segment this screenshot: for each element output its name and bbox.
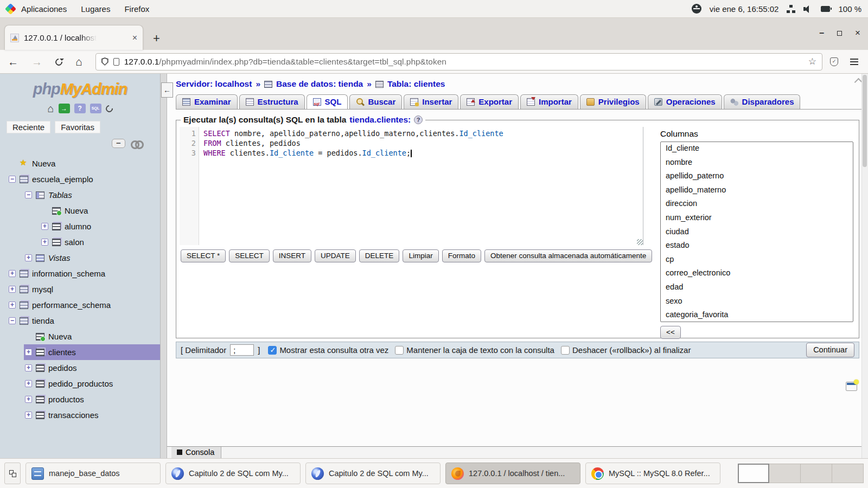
tree-item-performance_schema[interactable]: + performance_schema <box>8 297 160 313</box>
browser-scrollbar[interactable] <box>861 74 868 458</box>
bookmark-star-icon[interactable]: ☆ <box>808 56 816 67</box>
delimiter-input[interactable] <box>230 344 254 356</box>
column-option[interactable]: estado <box>661 239 853 253</box>
tree-expander-icon[interactable]: + <box>9 301 16 309</box>
tree-item-tablas[interactable]: − Tablas <box>24 187 160 203</box>
column-option[interactable]: apellido_materno <box>661 184 853 198</box>
tree-expander-icon[interactable]: + <box>41 223 48 230</box>
workspace-2[interactable] <box>769 464 801 483</box>
tree-expander-icon[interactable]: + <box>25 364 32 371</box>
window-close-button[interactable]: × <box>855 28 860 38</box>
columns-collapse-button[interactable]: << <box>660 326 681 339</box>
scrollbar-thumb[interactable] <box>863 75 867 167</box>
tree-expander-icon[interactable]: − <box>25 191 32 198</box>
taskbar-window-button[interactable]: MySQL :: MySQL 8.0 Refer... <box>585 463 720 484</box>
volume-icon[interactable] <box>803 5 813 13</box>
column-option[interactable]: direccion <box>661 197 853 211</box>
query-button-select[interactable]: SELECT <box>229 249 270 262</box>
column-option[interactable]: correo_electronico <box>661 267 853 281</box>
menu-firefox[interactable]: Firefox <box>124 4 149 14</box>
forward-button[interactable]: → <box>31 56 42 67</box>
column-option[interactable]: categoria_favorita <box>661 309 853 322</box>
tab-operaciones[interactable]: Operaciones <box>648 94 722 109</box>
sql-line[interactable]: SELECT nombre, apellido_paterno,apellido… <box>203 129 643 138</box>
sql-editor[interactable]: 123 SELECT nombre, apellido_paterno,apel… <box>180 127 643 245</box>
tab-buscar[interactable]: Buscar <box>349 94 402 109</box>
site-info-icon[interactable] <box>113 58 119 66</box>
workspace-1[interactable] <box>738 464 769 483</box>
extensions-badge-icon[interactable]: ✓ <box>830 57 838 66</box>
tree-item-nueva[interactable]: Nueva <box>8 156 160 171</box>
accessibility-icon[interactable] <box>692 4 701 14</box>
checkbox-icon[interactable] <box>395 346 404 355</box>
breadcrumb-server[interactable]: Servidor: localhost <box>176 79 252 89</box>
tree-expander-icon[interactable]: + <box>25 254 32 261</box>
workspace-4[interactable] <box>832 464 864 483</box>
tree-expander-icon[interactable]: + <box>25 396 32 403</box>
tab-exportar[interactable]: Exportar <box>460 94 519 109</box>
new-tab-button[interactable]: + <box>153 33 160 44</box>
column-option[interactable]: cp <box>661 253 853 267</box>
column-option[interactable]: edad <box>661 281 853 295</box>
tree-item-productos[interactable]: + productos <box>24 391 160 407</box>
url-bar[interactable]: 127.0.0.1/phpmyadmin/index.php?db=tienda… <box>95 53 822 70</box>
breadcrumb-table[interactable]: Tabla: clientes <box>387 79 445 89</box>
tree-item-mysql[interactable]: + mysql <box>8 281 160 297</box>
tab-examinar[interactable]: Examinar <box>176 94 238 109</box>
menu-lugares[interactable]: Lugares <box>81 4 110 14</box>
columns-listbox[interactable]: Id_clientenombreapellido_paternoapellido… <box>660 142 853 322</box>
help-circle-icon[interactable]: ? <box>414 115 423 124</box>
tree-expander-icon[interactable]: − <box>9 317 16 324</box>
column-option[interactable]: Id_cliente <box>661 142 853 156</box>
show-desktop-button[interactable] <box>4 463 21 484</box>
tree-expander-icon[interactable]: + <box>25 412 32 419</box>
tree-item-nueva[interactable]: Nueva <box>24 329 160 344</box>
recent-dropdown[interactable]: Reciente <box>7 121 50 133</box>
panel-divider[interactable]: ← <box>160 74 167 458</box>
pma-logo[interactable]: phpMyAdmin <box>0 80 160 98</box>
column-option[interactable]: num_exterior <box>661 211 853 226</box>
clock[interactable]: vie ene 6, 16:55:02 <box>710 4 779 14</box>
tree-item-vistas[interactable]: + Vistas <box>24 250 160 266</box>
breadcrumb-database[interactable]: Base de datos: tienda <box>276 79 363 89</box>
taskbar-window-button[interactable]: manejo_base_datos <box>25 463 161 484</box>
console-toggle[interactable]: Consola <box>171 447 221 458</box>
network-icon[interactable] <box>787 5 795 13</box>
tree-item-information_schema[interactable]: + information_schema <box>8 266 160 281</box>
option-checkbox[interactable]: Mantener la caja de texto con la consult… <box>395 345 554 355</box>
tab-sql[interactable]: SQL <box>307 94 348 110</box>
continue-button[interactable]: Continuar <box>806 343 854 357</box>
reload-button[interactable] <box>54 57 63 67</box>
table-link[interactable]: tienda.clientes: <box>349 115 411 125</box>
tree-expander-icon[interactable]: + <box>41 239 48 246</box>
tree-item-pedidos[interactable]: + pedidos <box>24 360 160 376</box>
query-button-select[interactable]: SELECT * <box>181 249 226 262</box>
query-button-formato[interactable]: Formato <box>442 249 481 262</box>
tracking-shield-icon[interactable] <box>101 57 108 66</box>
tree-item-escuela_ejemplo[interactable]: − escuela_ejemplo <box>8 171 160 187</box>
sql-code[interactable]: SELECT nombre, apellido_paterno,apellido… <box>199 127 643 245</box>
menu-aplicaciones[interactable]: Aplicaciones <box>21 4 67 14</box>
tree-expander-icon[interactable]: − <box>9 176 16 183</box>
tab-estructura[interactable]: Estructura <box>239 94 305 109</box>
sql-line[interactable]: WHERE clientes.Id_cliente = pedidos.Id_c… <box>203 148 643 158</box>
option-checkbox[interactable]: Deshacer («rollback») al finalizar <box>561 345 691 355</box>
option-checkbox[interactable]: Mostrar esta consulta otra vez <box>268 345 388 355</box>
window-minimize-button[interactable]: – <box>819 28 824 38</box>
menu-hamburger-icon[interactable] <box>850 61 858 62</box>
hide-navigation-button[interactable]: ← <box>161 82 173 98</box>
battery-icon[interactable] <box>821 6 830 12</box>
column-option[interactable]: sexo <box>661 295 853 309</box>
column-option[interactable]: apellido_paterno <box>661 170 853 184</box>
home-icon[interactable]: ⌂ <box>47 103 54 114</box>
query-button-obtener-consulta-almacenada-autom-ticamente[interactable]: Obtener consulta almacenada automáticame… <box>484 249 652 262</box>
sql-window-icon[interactable] <box>90 104 101 113</box>
taskbar-window-button[interactable]: Capitulo 2 de SQL com My... <box>165 463 301 484</box>
link-with-main-icon[interactable] <box>131 140 142 146</box>
tab-importar[interactable]: Importar <box>520 94 578 109</box>
home-button[interactable]: ⌂ <box>75 56 82 67</box>
collapse-all-button[interactable] <box>112 139 125 148</box>
tree-expander-icon[interactable]: + <box>9 270 16 277</box>
taskbar-window-button[interactable]: Capitulo 2 de SQL com My... <box>305 463 441 484</box>
query-button-delete[interactable]: DELETE <box>359 249 400 262</box>
